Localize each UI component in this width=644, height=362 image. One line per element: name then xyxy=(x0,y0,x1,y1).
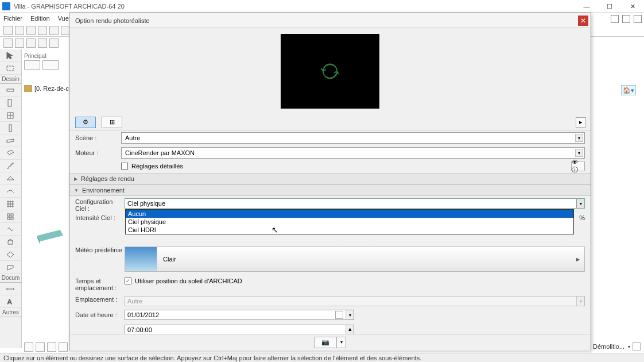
weather-value: Clair xyxy=(163,256,176,263)
column-tool[interactable] xyxy=(0,122,21,134)
chevron-down-icon: ▾ xyxy=(576,199,584,208)
use-sun-checkbox[interactable]: ✓ xyxy=(125,278,131,284)
chevron-down-icon: ▾ xyxy=(628,344,630,349)
curtain-wall-tool[interactable] xyxy=(0,210,21,223)
object-tool[interactable] xyxy=(0,236,21,248)
section-environment[interactable]: ▼ Environnement xyxy=(69,184,591,196)
date-row: Date et heure : 01/01/2012 ▾ xyxy=(69,307,591,322)
menu-file[interactable]: Fichier xyxy=(3,15,22,22)
window-tool[interactable] xyxy=(0,109,21,122)
mdi-max-icon[interactable] xyxy=(622,15,630,23)
mdi-close-icon[interactable] xyxy=(634,15,642,23)
tool-icon[interactable] xyxy=(3,38,13,48)
title-bar: Villa - GRAPHISOFT ARCHICAD-64 20 xyxy=(0,0,644,13)
mdi-min-icon[interactable] xyxy=(611,15,619,23)
detailed-checkbox[interactable] xyxy=(121,163,128,170)
slab-tool[interactable] xyxy=(0,147,21,160)
dialog-close-button[interactable]: ✕ xyxy=(578,16,588,26)
scene-combo[interactable]: Autre ▾ xyxy=(121,132,585,144)
tool-icon[interactable] xyxy=(26,26,36,35)
svg-rect-1 xyxy=(8,99,11,106)
sky-config-combo[interactable]: Ciel physique ▾ Aucun Ciel physique Ciel… xyxy=(125,198,585,209)
toolbox-header-autres: Autres xyxy=(0,308,21,317)
sky-intensity-label: Intensité Ciel : xyxy=(75,214,125,221)
close-button[interactable]: ✕ xyxy=(621,0,644,13)
datetime-label: Date et heure : xyxy=(75,311,125,318)
refresh-icon xyxy=(320,61,340,82)
dialog-title: Option rendu photoréaliste xyxy=(75,17,150,24)
status-text: Cliquez sur un élément ou dessinez une s… xyxy=(3,355,421,361)
expand-button[interactable]: ▸ xyxy=(576,117,586,128)
dimension-tool[interactable] xyxy=(0,283,21,295)
tool-icon[interactable] xyxy=(26,38,36,48)
expand-icon[interactable] xyxy=(633,342,641,351)
environment-body: Configuration Ciel : Ciel physique ▾ Auc… xyxy=(69,196,591,336)
weather-selector[interactable]: Clair ▶ xyxy=(125,247,585,272)
tool-icon[interactable] xyxy=(38,38,47,48)
morph-tool[interactable] xyxy=(0,223,21,236)
dropdown-option-hdri[interactable]: Ciel HDRI xyxy=(126,226,573,234)
svg-rect-6 xyxy=(7,217,10,219)
dialog-titlebar[interactable]: Option rendu photoréaliste xyxy=(69,13,591,28)
shell-tool[interactable] xyxy=(0,185,21,198)
dropdown-option-physique[interactable]: Ciel physique xyxy=(126,218,573,226)
scene-label: Scène : xyxy=(75,134,121,141)
navigator-button[interactable]: 🏠▾ xyxy=(621,85,636,95)
door-tool[interactable] xyxy=(0,97,21,109)
arrow-tool[interactable] xyxy=(0,49,21,62)
beam-tool[interactable] xyxy=(0,134,21,147)
location-value: Autre xyxy=(127,298,142,305)
zone-tool[interactable] xyxy=(0,248,21,261)
tool-icon[interactable] xyxy=(15,38,24,48)
wall-tool[interactable] xyxy=(0,84,21,97)
quick-opt-icon[interactable] xyxy=(36,342,45,352)
tool-icon[interactable] xyxy=(38,26,47,35)
minimize-button[interactable]: — xyxy=(575,0,598,13)
stair-tool[interactable] xyxy=(0,160,21,172)
mesh-tool[interactable] xyxy=(0,198,21,210)
location-combo: Autre ▾ xyxy=(125,296,585,306)
spinner-icon[interactable]: ▴▾ xyxy=(346,325,354,334)
principal-panel: Principal: xyxy=(24,53,67,70)
svg-rect-3 xyxy=(9,125,11,132)
date-input[interactable]: 01/01/2012 ▾ xyxy=(125,310,354,320)
sky-config-row: Configuration Ciel : Ciel physique ▾ Auc… xyxy=(69,197,591,213)
tab-settings-icon[interactable]: ⚙ xyxy=(75,117,96,128)
menu-edit[interactable]: Edition xyxy=(30,15,50,22)
engine-combo[interactable]: CineRender par MAXON ▾ xyxy=(121,147,585,159)
dropdown-option-aucun[interactable]: Aucun xyxy=(126,210,573,218)
window-title: Villa - GRAPHISOFT ARCHICAD-64 20 xyxy=(14,3,125,10)
quick-opt-icon[interactable] xyxy=(47,342,56,352)
maximize-button[interactable]: ☐ xyxy=(598,0,621,13)
detailed-row: Réglages détaillés 👁 ⓘ xyxy=(69,160,591,173)
marquee-tool[interactable] xyxy=(0,62,21,75)
location-label: Emplacement : xyxy=(75,296,125,303)
3d-viewport-glimpse xyxy=(34,207,69,253)
camera-dropdown[interactable]: ▾ xyxy=(337,337,346,348)
principal-label: Principal: xyxy=(24,53,67,59)
redo-icon[interactable] xyxy=(15,26,24,35)
calendar-icon[interactable] xyxy=(335,311,343,319)
tool-icon[interactable] xyxy=(49,38,59,48)
roof-tool[interactable] xyxy=(0,172,21,185)
principal-opt-1[interactable] xyxy=(24,60,40,70)
tab-size-icon[interactable]: ⊞ xyxy=(102,117,122,128)
quick-opt-icon[interactable] xyxy=(24,342,33,352)
status-bar: Cliquez sur un élément ou dessinez une s… xyxy=(0,353,644,362)
renovation-filter[interactable]: Démolitio... ▾ xyxy=(593,342,641,351)
section-render-settings[interactable]: ▶ Réglages de rendu xyxy=(69,173,591,184)
quick-opt-icon[interactable] xyxy=(59,342,68,352)
engine-label: Moteur : xyxy=(75,149,121,156)
preview-area xyxy=(69,28,591,114)
view-tab[interactable]: [0. Rez-de-ch xyxy=(34,85,72,92)
text-tool[interactable]: A xyxy=(0,295,21,308)
principal-opt-2[interactable] xyxy=(42,60,59,70)
tool-icon[interactable] xyxy=(49,26,59,35)
triangle-down-icon: ▼ xyxy=(74,188,79,193)
eye-button[interactable]: 👁 ⓘ xyxy=(571,161,585,171)
engine-value: CineRender par MAXON xyxy=(125,149,195,156)
undo-icon[interactable] xyxy=(3,26,13,35)
menu-view[interactable]: Vue xyxy=(58,15,69,22)
camera-button[interactable]: 📷 xyxy=(314,337,337,348)
tool-extra[interactable] xyxy=(0,261,21,274)
